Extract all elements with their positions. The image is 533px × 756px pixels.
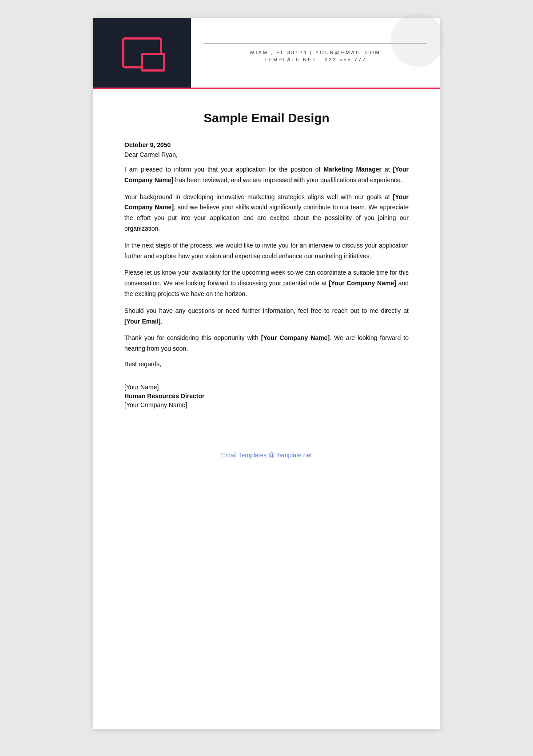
paragraph-2: Your background in developing innovative… [124, 192, 409, 234]
header-divider [204, 43, 426, 44]
contact-line1: MIAMI, FL 33124 | YOUR@EMAIL.COM [250, 50, 380, 55]
signature-block: [Your Name] Human Resources Director [Yo… [124, 384, 409, 408]
letter-footer: Email Templates @ Template.net [93, 444, 440, 472]
signature-company: [Your Company Name] [124, 401, 409, 408]
letter-title: Sample Email Design [124, 111, 409, 125]
header-info: MIAMI, FL 33124 | YOUR@EMAIL.COM TEMPLAT… [191, 18, 440, 88]
header: MIAMI, FL 33124 | YOUR@EMAIL.COM TEMPLAT… [93, 18, 440, 89]
paragraph-3: In the next steps of the process, we wou… [124, 240, 409, 262]
logo-inner-bracket [141, 53, 165, 72]
signature-name: [Your Name] [124, 384, 409, 391]
paragraph-4: Please let us know your availability for… [124, 268, 409, 299]
paragraph-5: Should you have any questions or need fu… [124, 306, 409, 327]
signature-title: Human Resources Director [124, 392, 409, 400]
contact-line2: TEMPLATE.NET | 222 555 777 [264, 57, 366, 62]
letter-body: Sample Email Design October 9, 2050 Dear… [93, 89, 440, 444]
letter-salutation: Dear Carmel Ryan, [124, 151, 409, 158]
letter-closing: Best regards, [124, 360, 409, 368]
letter-date: October 9, 2050 [124, 141, 409, 148]
paragraph-6: Thank you for considering this opportuni… [124, 333, 409, 354]
footer-link[interactable]: Email Templates @ Template.net [221, 452, 312, 459]
page-container: MIAMI, FL 33124 | YOUR@EMAIL.COM TEMPLAT… [93, 18, 440, 729]
paragraph-1: I am pleased to inform you that your app… [124, 164, 409, 186]
logo-icon [122, 37, 162, 68]
logo-outer-bracket [122, 37, 162, 68]
logo-block [93, 18, 191, 88]
